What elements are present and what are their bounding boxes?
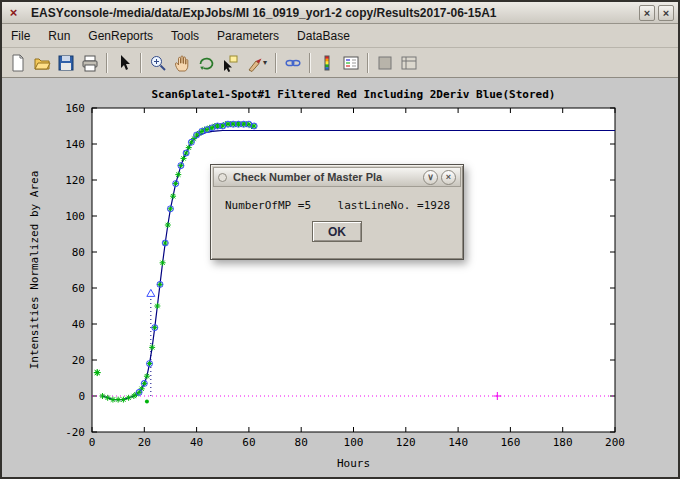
svg-text:200: 200 [605, 436, 625, 449]
svg-text:100: 100 [65, 210, 85, 223]
svg-text:0: 0 [78, 390, 85, 403]
window-title: EASYconsole-/media/data/ExpJobs/MI 16_09… [31, 6, 636, 20]
pan-hand-icon [172, 53, 192, 73]
svg-text:120: 120 [65, 174, 85, 187]
link-plots-icon [283, 53, 303, 73]
toolbar-separator [106, 53, 108, 73]
pan-hand-button[interactable] [170, 51, 194, 75]
svg-text:60: 60 [72, 282, 85, 295]
svg-text:80: 80 [295, 436, 308, 449]
app-icon: × [6, 5, 21, 20]
ok-button[interactable]: OK [312, 221, 362, 242]
svg-text:20: 20 [138, 436, 151, 449]
dialog-title: Check Number of Master Pla [233, 171, 420, 183]
dialog-close-button[interactable]: × [441, 170, 456, 185]
brush-icon [244, 53, 264, 73]
brush-dropdown-caret-icon[interactable]: ▾ [263, 58, 271, 67]
toolbar-separator [140, 53, 142, 73]
rotate-3d-icon [196, 53, 216, 73]
insert-colorbar-button[interactable] [315, 51, 339, 75]
data-cursor-button[interactable] [218, 51, 242, 75]
svg-text:Intensities Normalized by Area: Intensities Normalized by Area [28, 171, 41, 370]
cursor-button[interactable] [112, 51, 136, 75]
insert-colorbar-icon [317, 53, 337, 73]
new-file-button[interactable] [6, 51, 30, 75]
toolbar-separator [309, 53, 311, 73]
plot-canvas[interactable]: 020406080100120140160180200-200204060801… [2, 78, 678, 477]
menu-item-genreports[interactable]: GenReports [79, 26, 162, 46]
svg-text:140: 140 [448, 436, 468, 449]
svg-text:40: 40 [190, 436, 203, 449]
svg-text:20: 20 [72, 354, 85, 367]
link-plots-button[interactable] [281, 51, 305, 75]
svg-text:-20: -20 [65, 426, 85, 439]
app-window: × EASYconsole-/media/data/ExpJobs/MI 16_… [0, 0, 680, 479]
menu-item-database[interactable]: DataBase [288, 26, 359, 46]
menu-bar: File Run GenReports Tools Parameters Dat… [2, 24, 678, 48]
figure-area: 020406080100120140160180200-200204060801… [2, 78, 678, 477]
svg-text:120: 120 [396, 436, 416, 449]
zoom-in-icon [148, 53, 168, 73]
open-folder-icon [32, 53, 52, 73]
show-plot-tools-icon [399, 53, 419, 73]
hide-plot-tools-button[interactable] [373, 51, 397, 75]
menu-item-run[interactable]: Run [39, 26, 79, 46]
svg-text:60: 60 [242, 436, 255, 449]
data-cursor-icon [220, 53, 240, 73]
dialog-collapse-button[interactable]: ∨ [423, 170, 438, 185]
menu-item-file[interactable]: File [2, 26, 39, 46]
open-file-button[interactable] [30, 51, 54, 75]
menu-item-tools[interactable]: Tools [162, 26, 208, 46]
svg-text:100: 100 [344, 436, 364, 449]
dialog-body: NumberOfMP =5 lastLineNo. =1928 OK [211, 189, 463, 242]
dialog-dot-icon [218, 173, 227, 182]
save-icon [56, 53, 76, 73]
svg-text:0: 0 [89, 436, 96, 449]
dialog-titlebar[interactable]: Check Number of Master Pla ∨ × [213, 167, 461, 187]
menu-item-parameters[interactable]: Parameters [208, 26, 288, 46]
window-titlebar[interactable]: × EASYconsole-/media/data/ExpJobs/MI 16_… [2, 2, 678, 24]
svg-text:180: 180 [553, 436, 573, 449]
toolbar-separator [367, 53, 369, 73]
show-plot-tools-button[interactable] [397, 51, 421, 75]
svg-text:160: 160 [65, 102, 85, 115]
print-button[interactable] [78, 51, 102, 75]
zoom-in-button[interactable] [146, 51, 170, 75]
new-file-icon [8, 53, 28, 73]
print-icon [80, 53, 100, 73]
svg-text:160: 160 [500, 436, 520, 449]
hide-plot-tools-icon [375, 53, 395, 73]
toolbar-separator [275, 53, 277, 73]
svg-text:Scan6plate1-Spot#1 Filtered Re: Scan6plate1-Spot#1 Filtered Red Includin… [152, 88, 556, 101]
dialog-message: NumberOfMP =5 lastLineNo. =1928 [225, 199, 449, 212]
toolbar: ▾ [2, 48, 678, 78]
save-button[interactable] [54, 51, 78, 75]
rotate-3d-button[interactable] [194, 51, 218, 75]
dialog-check-number-of-master-plates: Check Number of Master Pla ∨ × NumberOfM… [210, 164, 464, 260]
insert-legend-button[interactable] [339, 51, 363, 75]
svg-text:80: 80 [72, 246, 85, 259]
insert-legend-icon [341, 53, 361, 73]
svg-text:Hours: Hours [337, 457, 370, 470]
minimize-button[interactable]: × [639, 5, 655, 21]
cursor-arrow-icon [114, 53, 134, 73]
svg-text:140: 140 [65, 138, 85, 151]
svg-text:40: 40 [72, 318, 85, 331]
close-button[interactable]: × [658, 5, 674, 21]
